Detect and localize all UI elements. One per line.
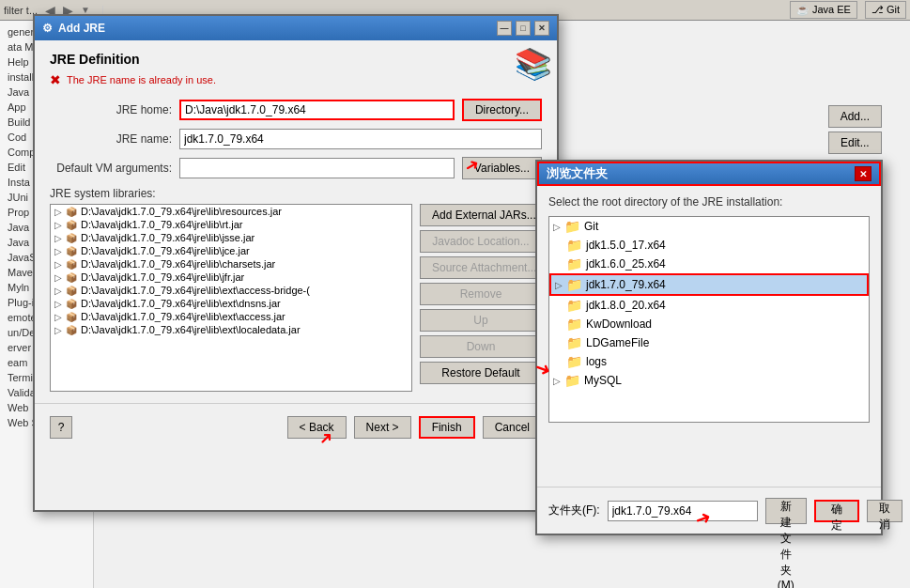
lib-item[interactable]: ▷ 📦 D:\Java\jdk1.7.0_79.x64\jre\lib\ext\… (51, 284, 411, 297)
tree-item-git[interactable]: ▷ 📁 Git (549, 217, 869, 236)
folder-icon-kwdownload: 📁 (566, 317, 582, 332)
lib-arrow: ▷ (54, 272, 62, 283)
folder-icon-jdk18: 📁 (566, 298, 582, 313)
folder-icon-git: 📁 (564, 219, 580, 234)
down-btn[interactable]: Down (420, 335, 542, 358)
tree-item-ldgamefile[interactable]: 📁 LDGameFile (549, 333, 869, 352)
browse-titlebar: 浏览文件夹 ✕ (537, 162, 881, 186)
folder-tree[interactable]: ▷ 📁 Git 📁 jdk1.5.0_17.x64 📁 jdk1.6.0_25.… (548, 216, 870, 423)
tree-item-label: KwDownload (586, 317, 652, 331)
tree-arrow-mysql: ▷ (553, 376, 561, 386)
browse-cancel-btn[interactable]: 取消 (867, 500, 902, 522)
jre-libraries-label: JRE system libraries: (50, 187, 542, 200)
minimize-btn[interactable]: — (497, 21, 512, 36)
lib-path: D:\Java\jdk1.7.0_79.x64\jre\lib\jsse.jar (81, 232, 254, 243)
lib-arrow: ▷ (54, 246, 62, 256)
tree-item-label: MySQL (584, 374, 622, 387)
folder-icon-jdk15: 📁 (566, 238, 582, 253)
lib-item[interactable]: ▷ 📦 D:\Java\jdk1.7.0_79.x64\jre\lib\ext\… (51, 297, 411, 310)
lib-item[interactable]: ▷ 📦 D:\Java\jdk1.7.0_79.x64\jre\lib\jfr.… (51, 271, 411, 284)
lib-jar-icon: 📦 (66, 312, 77, 322)
java-ee-tab[interactable]: ☕ Java EE (790, 1, 857, 19)
folder-icon-jdk17: 📁 (566, 277, 582, 292)
tree-item-mysql[interactable]: ▷ 📁 MySQL (549, 371, 869, 390)
lib-path: D:\Java\jdk1.7.0_79.x64\jre\lib\jfr.jar (81, 271, 244, 283)
javadoc-location-btn[interactable]: Javadoc Location... (420, 230, 542, 253)
lib-arrow: ▷ (54, 220, 62, 230)
add-jre-btn[interactable]: Add... (828, 105, 882, 128)
add-jre-dialog: ⚙ Add JRE — □ ✕ 📚 JRE Definition ✖ The J… (33, 14, 559, 512)
folder-icon-jdk16: 📁 (566, 256, 582, 271)
tree-item-jdk15[interactable]: 📁 jdk1.5.0_17.x64 (549, 236, 869, 255)
cancel-button[interactable]: Cancel (483, 416, 542, 439)
tree-item-kwdownload[interactable]: 📁 KwDownload (549, 315, 869, 333)
maximize-btn[interactable]: □ (516, 21, 531, 36)
jre-name-input[interactable] (179, 129, 542, 149)
lib-jar-icon: 📦 (66, 246, 77, 256)
add-external-jars-btn[interactable]: Add External JARs... (420, 204, 542, 226)
folder-icon-ldgamefile: 📁 (566, 335, 582, 350)
edit-jre-btn[interactable]: Edit... (828, 132, 882, 154)
lib-item[interactable]: ▷ 📦 D:\Java\jdk1.7.0_79.x64\jre\lib\char… (51, 257, 411, 271)
lib-path: D:\Java\jdk1.7.0_79.x64\jre\lib\charsets… (81, 258, 275, 270)
jre-home-input[interactable] (179, 100, 455, 120)
browse-folder-label: 文件夹(F): (548, 503, 600, 518)
tree-item-jdk18[interactable]: 📁 jdk1.8.0_20.x64 (549, 296, 869, 315)
source-attachment-btn[interactable]: Source Attachment... (420, 256, 542, 279)
lib-item[interactable]: ▷ 📦 D:\Java\jdk1.7.0_79.x64\jre\lib\reso… (51, 205, 411, 218)
directory-button[interactable]: Directory... (462, 99, 542, 121)
error-icon: ✖ (50, 72, 61, 87)
jre-definition-title: JRE Definition (50, 52, 542, 67)
browse-close-btn[interactable]: ✕ (855, 166, 871, 181)
book-icon: 📚 (510, 40, 557, 87)
folder-icon-mysql: 📁 (564, 373, 580, 388)
lib-item[interactable]: ▷ 📦 D:\Java\jdk1.7.0_79.x64\jre\lib\ext\… (51, 310, 411, 323)
next-button[interactable]: Next > (354, 416, 411, 439)
lib-jar-icon: 📦 (66, 207, 77, 217)
tree-arrow-git: ▷ (553, 222, 561, 232)
lib-path: D:\Java\jdk1.7.0_79.x64\jre\lib\ext\acce… (81, 311, 285, 322)
browse-title: 浏览文件夹 (547, 165, 608, 182)
restore-default-btn[interactable]: Restore Default (420, 362, 542, 384)
jre-name-label: JRE name: (50, 132, 172, 146)
new-folder-btn[interactable]: 新建文件夹(M) (765, 498, 807, 524)
lib-jar-icon: 📦 (66, 325, 77, 335)
lib-path: D:\Java\jdk1.7.0_79.x64\jre\lib\rt.jar (81, 219, 242, 230)
tree-item-label: jdk1.5.0_17.x64 (586, 239, 666, 252)
error-text: The JRE name is already in use. (67, 74, 216, 85)
footer-left: ? (50, 416, 72, 439)
default-vm-row: Default VM arguments: Variables... (50, 157, 542, 179)
lib-item[interactable]: ▷ 📦 D:\Java\jdk1.7.0_79.x64\jre\lib\ext\… (51, 323, 411, 336)
up-btn[interactable]: Up (420, 309, 542, 332)
variables-button[interactable]: Variables... (462, 157, 542, 179)
tree-arrow-jdk17: ▷ (555, 280, 563, 290)
jre-home-row: JRE home: Directory... (50, 99, 542, 121)
lib-arrow: ▷ (54, 286, 62, 296)
libraries-list[interactable]: ▷ 📦 D:\Java\jdk1.7.0_79.x64\jre\lib\reso… (50, 204, 412, 392)
tree-item-label: jdk1.6.0_25.x64 (586, 257, 666, 271)
tree-item-jdk17[interactable]: ▷ 📁 jdk1.7.0_79.x64 (549, 273, 869, 296)
help-button[interactable]: ? (50, 416, 72, 439)
browse-footer: 文件夹(F): 新建文件夹(M) 确定 取消 (537, 487, 881, 534)
tree-item-jdk16[interactable]: 📁 jdk1.6.0_25.x64 (549, 255, 869, 273)
lib-jar-icon: 📦 (66, 299, 77, 309)
lib-jar-icon: 📦 (66, 220, 77, 230)
lib-path: D:\Java\jdk1.7.0_79.x64\jre\lib\ext\loca… (81, 324, 301, 335)
libraries-container: ▷ 📦 D:\Java\jdk1.7.0_79.x64\jre\lib\reso… (50, 204, 542, 392)
browse-folder-input[interactable] (608, 501, 758, 521)
tree-item-logs[interactable]: 📁 logs (549, 352, 869, 371)
close-btn[interactable]: ✕ (534, 21, 549, 36)
remove-btn[interactable]: Remove (420, 283, 542, 305)
finish-button[interactable]: Finish (419, 416, 475, 439)
browse-folder-dialog: 浏览文件夹 ✕ Select the root directory of the… (535, 160, 883, 535)
lib-arrow: ▷ (54, 299, 62, 309)
back-button[interactable]: < Back (287, 416, 347, 439)
default-vm-input[interactable] (179, 158, 455, 178)
lib-arrow: ▷ (54, 233, 62, 243)
lib-item[interactable]: ▷ 📦 D:\Java\jdk1.7.0_79.x64\jre\lib\jsse… (51, 231, 411, 244)
git-tab[interactable]: ⎇ Git (865, 1, 906, 19)
lib-item[interactable]: ▷ 📦 D:\Java\jdk1.7.0_79.x64\jre\lib\rt.j… (51, 218, 411, 231)
browse-ok-btn[interactable]: 确定 (814, 500, 859, 522)
lib-item[interactable]: ▷ 📦 D:\Java\jdk1.7.0_79.x64\jre\lib\jce.… (51, 244, 411, 257)
lib-jar-icon: 📦 (66, 272, 77, 283)
